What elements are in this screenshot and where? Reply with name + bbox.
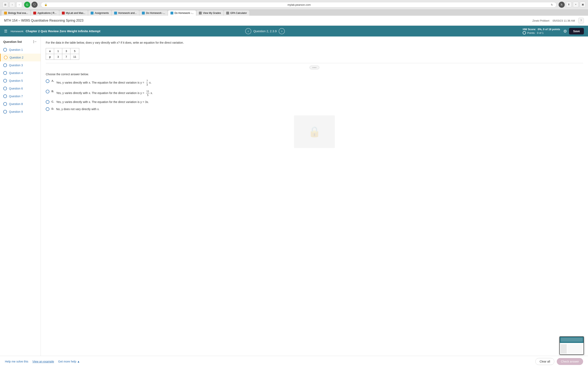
tab-assignments[interactable]: Assignments bbox=[88, 10, 111, 16]
question-item-6[interactable]: Question 6 bbox=[0, 85, 41, 92]
tab-applications[interactable]: Applications | R... bbox=[31, 10, 59, 16]
answer-option-b[interactable]: B. Yes, y varies directly with x. The eq… bbox=[46, 90, 583, 97]
question-item-5[interactable]: Question 5 bbox=[0, 77, 41, 85]
app-header: MTH 154 – W09S Quantitative Reasoning Sp… bbox=[0, 16, 588, 26]
tab-label-assignments: Assignments bbox=[95, 12, 109, 15]
window-control-grid[interactable]: ⊞ bbox=[2, 2, 8, 8]
clear-all-btn[interactable]: Clear all bbox=[535, 358, 554, 363]
question-circle-6 bbox=[3, 87, 7, 90]
tab-dohomework2[interactable]: Do Homework -... bbox=[168, 10, 196, 16]
reload-icon[interactable]: ↻ bbox=[551, 3, 553, 6]
help-button[interactable]: ? bbox=[578, 18, 584, 24]
get-more-help-btn[interactable]: Get more help ▲ bbox=[58, 360, 80, 363]
sidebar-btn[interactable]: ▣ bbox=[580, 2, 586, 7]
question-circle-8 bbox=[3, 102, 7, 106]
question-label-1: Question 1 bbox=[9, 48, 23, 51]
tab-biology[interactable]: Biology final exa... bbox=[2, 10, 30, 16]
question-item-1[interactable]: Question 1 bbox=[0, 46, 41, 54]
view-example-btn[interactable]: View an example bbox=[32, 360, 54, 363]
table-cell-y1: 3 bbox=[54, 54, 62, 60]
radio-d[interactable] bbox=[46, 107, 49, 111]
tab-grades[interactable]: View My Grades bbox=[196, 10, 223, 16]
tab-favicon-gpa bbox=[226, 12, 229, 15]
table-row-x: x 1 3 5 bbox=[46, 48, 79, 54]
get-more-help-label: Get more help bbox=[58, 360, 76, 363]
hw-score-main: HW Score: 0%, 0 of 18 points bbox=[523, 28, 560, 31]
lock-icon: 🔒 bbox=[44, 3, 47, 6]
browser-tabs: Biology final exa... Applications | R...… bbox=[0, 9, 588, 16]
prev-question-btn[interactable]: ‹ bbox=[245, 28, 251, 34]
question-circle-5 bbox=[3, 79, 7, 83]
question-item-9[interactable]: Question 9 bbox=[0, 108, 41, 116]
sidebar-collapse-btn[interactable]: |← bbox=[33, 40, 37, 43]
tab-label-biology: Biology final exa... bbox=[8, 12, 28, 15]
radio-b[interactable] bbox=[46, 90, 49, 93]
tab-favicon-dohomework1 bbox=[142, 12, 145, 15]
answer-option-d[interactable]: D. No, y does not vary directly with x. bbox=[46, 107, 583, 111]
settings-button[interactable]: ⚙ bbox=[563, 29, 567, 34]
fraction-b-den: 5 bbox=[147, 93, 149, 97]
choose-text: Choose the correct answer below. bbox=[46, 73, 583, 76]
question-item-7[interactable]: Question 7 bbox=[0, 92, 41, 100]
question-label-7: Question 7 bbox=[9, 95, 23, 98]
bottom-right-actions: Clear all Check answer bbox=[535, 358, 583, 363]
new-tab-btn[interactable]: + bbox=[573, 2, 579, 7]
thumbnail-overlay bbox=[559, 336, 584, 355]
question-item-8[interactable]: Question 8 bbox=[0, 100, 41, 108]
fraction-b-num: 11 bbox=[146, 90, 149, 93]
tab-label-applications: Applications | R... bbox=[37, 12, 56, 15]
expand-btn[interactable]: • • • bbox=[310, 66, 319, 69]
homework-prefix: Homework: bbox=[11, 30, 24, 33]
table-cell-y3: 11 bbox=[70, 54, 79, 60]
forward-button[interactable]: › bbox=[16, 2, 22, 8]
address-bar[interactable]: 🔒 mylab.pearson.com ↻ bbox=[41, 2, 557, 8]
question-item-3[interactable]: Question 3 bbox=[0, 61, 41, 69]
fraction-b: 11 5 bbox=[146, 90, 149, 97]
question-circle-1 bbox=[3, 48, 7, 52]
hw-nav: ‹ Question 2, 2.3.9 › bbox=[245, 28, 285, 34]
save-button[interactable]: Save bbox=[569, 28, 584, 34]
answer-key-a: A. bbox=[52, 79, 54, 82]
question-item-2[interactable]: Question 2 bbox=[0, 54, 41, 61]
back-button[interactable]: ‹ bbox=[9, 2, 15, 8]
tab-favicon-applications bbox=[33, 12, 36, 15]
data-table: x 1 3 5 y 3 7 11 bbox=[46, 48, 79, 60]
hw-actions: ⚙ Save bbox=[563, 28, 584, 34]
radio-a[interactable] bbox=[46, 79, 49, 83]
tab-favicon-biology bbox=[4, 12, 7, 15]
radio-c[interactable] bbox=[46, 100, 49, 104]
next-question-btn[interactable]: › bbox=[279, 28, 285, 34]
answer-option-a[interactable]: A. Yes, y varies directly with x. The eq… bbox=[46, 79, 583, 87]
tab-label-dohomework2: Do Homework -... bbox=[174, 12, 194, 15]
extension-icon-2[interactable]: 🛡 bbox=[31, 2, 38, 8]
content-area: For the data in the table below, does y … bbox=[41, 36, 588, 363]
tab-gpa[interactable]: GPA Calculator bbox=[224, 10, 249, 16]
help-me-solve-btn[interactable]: Help me solve this bbox=[5, 360, 28, 363]
points-circle bbox=[523, 31, 526, 34]
browser-controls: ⊞ ‹ › bbox=[2, 2, 22, 8]
tab-mylab[interactable]: MyLab and Mas... bbox=[60, 10, 88, 16]
check-answer-btn[interactable]: Check answer bbox=[557, 358, 583, 363]
download-btn[interactable]: ⬇ bbox=[566, 2, 572, 7]
question-item-4[interactable]: Question 4 bbox=[0, 69, 41, 77]
username: Zineb Philibert bbox=[532, 19, 549, 22]
question-label-5: Question 5 bbox=[9, 79, 23, 82]
sidebar-title: Question list bbox=[3, 40, 22, 43]
profile-icon[interactable]: h bbox=[559, 2, 565, 8]
menu-button[interactable]: ☰ bbox=[4, 29, 7, 33]
points-label: Points: bbox=[527, 31, 535, 34]
answer-text-c: Yes, y varies directly with x. The equat… bbox=[56, 100, 149, 104]
hw-score: HW Score: 0%, 0 of 18 points Points: 0 o… bbox=[523, 28, 560, 34]
extension-icon-1[interactable]: G bbox=[24, 2, 30, 8]
hw-score-label: HW Score: bbox=[523, 28, 536, 31]
question-circle-3 bbox=[3, 63, 7, 67]
fraction-a-den: 3 bbox=[146, 83, 148, 87]
tab-dohomework1[interactable]: Do Homework -... bbox=[139, 10, 167, 16]
question-circle-2 bbox=[4, 56, 8, 59]
answer-option-c[interactable]: C. Yes, y varies directly with x. The eq… bbox=[46, 100, 583, 104]
tab-favicon-homework1 bbox=[114, 12, 117, 15]
question-label-6: Question 6 bbox=[9, 87, 23, 90]
tab-homework1[interactable]: Homework and... bbox=[112, 10, 139, 16]
table-row-y: y 3 7 11 bbox=[46, 54, 79, 60]
browser-action-buttons: h ⬇ + ▣ bbox=[559, 2, 586, 8]
